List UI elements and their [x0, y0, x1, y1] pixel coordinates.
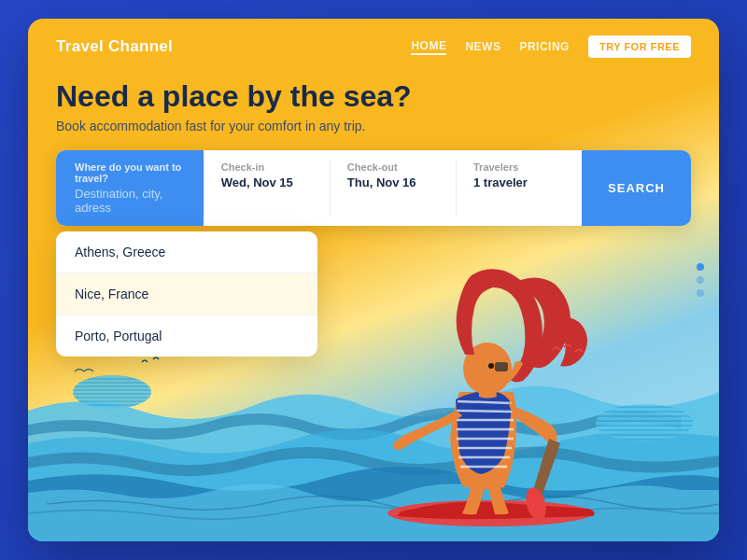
birds-small [140, 355, 168, 369]
svg-point-4 [488, 363, 494, 369]
checkin-label: Check-in [221, 161, 313, 173]
dropdown-item-athens[interactable]: Athens, Greece [56, 231, 317, 273]
cloud-left [65, 364, 159, 411]
search-button[interactable]: SEARCH [582, 150, 691, 226]
outer-frame: Travel Channel HOME NEWS PRICING TRY FOR… [0, 0, 747, 560]
destination-value: Destination, city, adress [75, 187, 185, 215]
destination-dropdown: Athens, Greece Nice, France Porto, Portu… [56, 231, 317, 357]
hero-title: Need a place by the sea? [56, 80, 691, 113]
travelers-field[interactable]: Travelers 1 traveler [457, 150, 582, 226]
dropdown-item-nice[interactable]: Nice, France [56, 273, 317, 315]
dot-1[interactable] [697, 263, 704, 271]
nav-news[interactable]: NEWS [465, 40, 500, 53]
destination-label: Where do you want to travel? [75, 161, 185, 184]
travelers-value: 1 traveler [473, 175, 565, 189]
dot-2[interactable] [697, 276, 704, 284]
dot-3[interactable] [697, 289, 704, 297]
nav-pricing[interactable]: PRICING [519, 40, 570, 53]
hero-section: Need a place by the sea? Book accommodat… [28, 71, 719, 150]
svg-point-6 [73, 375, 151, 409]
pagination-dots [697, 263, 704, 297]
try-for-free-button[interactable]: TRY FOR FREE [588, 35, 691, 58]
destination-field[interactable]: Where do you want to travel? Destination… [56, 150, 204, 226]
checkin-value: Wed, Nov 15 [221, 175, 313, 189]
header: Travel Channel HOME NEWS PRICING TRY FOR… [28, 19, 719, 71]
checkout-field[interactable]: Check-out Thu, Nov 16 [331, 150, 456, 226]
nav: HOME NEWS PRICING TRY FOR FREE [411, 35, 691, 58]
dropdown-item-porto[interactable]: Porto, Portugal [56, 315, 317, 357]
checkin-field[interactable]: Check-in Wed, Nov 15 [204, 150, 330, 226]
checkout-label: Check-out [347, 161, 439, 173]
birds [551, 341, 588, 359]
hero-subtitle: Book accommodation fast for your comfort… [56, 119, 691, 133]
search-bar: Where do you want to travel? Destination… [56, 150, 691, 226]
checkout-value: Thu, Nov 16 [347, 175, 439, 189]
main-card: Travel Channel HOME NEWS PRICING TRY FOR… [28, 19, 719, 541]
nav-home[interactable]: HOME [411, 39, 446, 55]
svg-rect-5 [495, 362, 508, 371]
logo: Travel Channel [56, 37, 173, 56]
travelers-label: Travelers [473, 161, 565, 173]
